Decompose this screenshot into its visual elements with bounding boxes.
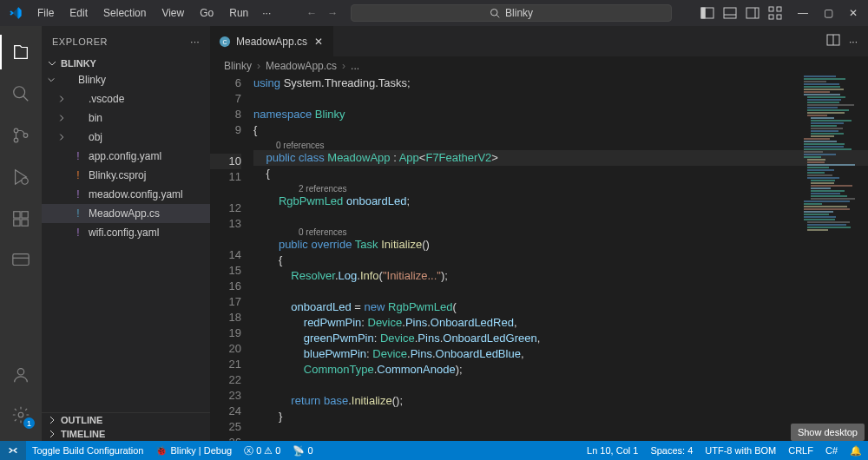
file-icon: ! [71,169,85,181]
menu-go[interactable]: Go [193,3,220,23]
tree-item[interactable]: !wifi.config.yaml [42,223,210,242]
status-debug-target[interactable]: 🐞 Blinky | Debug [149,441,238,460]
close-icon[interactable]: ✕ [849,7,858,19]
codelens[interactable]: 2 references [253,181,868,194]
codelens[interactable]: 0 references [253,225,868,237]
minimap[interactable] [804,76,856,249]
activity-account[interactable] [0,358,42,392]
svg-rect-10 [777,7,781,11]
svg-line-14 [23,96,29,102]
tab-close-icon[interactable]: ✕ [312,36,325,48]
breadcrumb-item[interactable]: MeadowApp.cs [266,60,337,72]
titlebar: FileEditSelectionViewGoRun ··· ← → Blink… [0,0,868,26]
breadcrumb-item[interactable]: ... [351,60,359,72]
layout-sidebar-right-icon[interactable] [746,6,760,20]
outline-section[interactable]: OUTLINE [42,413,210,427]
menu-file[interactable]: File [30,3,61,23]
menu-bar: FileEditSelectionViewGoRun [30,3,255,23]
chevron-down-icon [47,58,57,69]
explorer-title: EXPLORER [52,36,108,47]
activity-run[interactable] [0,160,42,194]
line-numbers: 6789 1011 1213 1415161718192021222324252… [210,76,253,441]
tree-item[interactable]: !meadow.config.yaml [42,185,210,204]
csharp-file-icon: C [219,36,231,48]
breadcrumb-item[interactable]: Blinky [224,60,252,72]
status-toggle-build[interactable]: Toggle Build Configuration [26,441,149,460]
svg-text:C: C [222,38,227,44]
settings-badge: 1 [23,417,35,429]
project-name: BLINKY [61,58,96,69]
breadcrumb[interactable]: Blinky›MeadowApp.cs›... [210,56,868,76]
tree-item[interactable]: obj [42,128,210,147]
codelens[interactable]: 0 references [253,138,868,150]
svg-point-15 [14,128,18,133]
tree-item[interactable]: .vscode [42,89,210,108]
svg-point-0 [491,10,498,16]
split-editor-icon[interactable] [826,33,840,49]
code-area[interactable]: 6789 1011 1213 1415161718192021222324252… [210,76,868,441]
svg-point-13 [14,87,25,98]
svg-rect-7 [746,8,759,18]
status-cursor-pos[interactable]: Ln 10, Col 1 [581,441,644,460]
status-problems[interactable]: ⓧ 0 ⚠ 0 [238,441,286,460]
status-indent[interactable]: Spaces: 4 [644,441,699,460]
search-icon [490,8,500,18]
activity-remote[interactable] [0,243,42,278]
tree-item[interactable]: Blinky [42,70,210,89]
timeline-section[interactable]: TIMELINE [42,427,210,441]
svg-point-26 [18,412,23,417]
tree-item[interactable]: !MeadowApp.cs [42,204,210,223]
sidebar: EXPLORER ··· BLINKY Blinky.vscodebinobj!… [42,26,210,441]
status-ports[interactable]: 📡 0 [286,441,319,460]
layout-panel-icon[interactable] [723,6,737,20]
tree-item[interactable]: bin [42,108,210,128]
activity-search[interactable] [0,76,42,111]
chevron-right-icon [47,429,57,439]
layout-customize-icon[interactable] [768,6,782,20]
explorer-more-icon[interactable]: ··· [190,36,200,47]
file-icon: ! [71,188,85,200]
menu-run[interactable]: Run [222,3,255,23]
statusbar: Toggle Build Configuration 🐞 Blinky | De… [0,441,868,460]
svg-rect-5 [724,8,736,18]
menu-overflow[interactable]: ··· [255,3,278,23]
menu-selection[interactable]: Selection [96,3,153,23]
activity-source-control[interactable] [0,118,42,153]
file-icon: ! [71,150,85,162]
svg-point-16 [14,138,18,142]
minimize-icon[interactable]: — [798,7,808,19]
maximize-icon[interactable]: ▢ [824,7,833,19]
status-language[interactable]: C# [819,441,844,460]
app-logo [0,6,30,20]
status-notifications-icon[interactable]: 🔔 [844,441,868,460]
svg-rect-20 [14,220,20,226]
tab-meadowapp[interactable]: C MeadowApp.cs ✕ [210,26,334,56]
search-text: Blinky [505,7,533,19]
tree-item[interactable]: !app.config.yaml [42,147,210,166]
activity-settings[interactable]: 1 [0,398,42,432]
layout-sidebar-left-icon[interactable] [700,6,714,20]
svg-rect-9 [769,7,773,11]
activity-explorer[interactable] [0,35,42,69]
menu-view[interactable]: View [155,3,191,23]
nav-back-icon[interactable]: ← [306,7,317,19]
code-content[interactable]: using System.Threading.Tasks; namespace … [253,76,868,441]
svg-point-17 [23,134,28,138]
menu-edit[interactable]: Edit [62,3,95,23]
editor: C MeadowApp.cs ✕ ··· Blinky›MeadowApp.cs… [210,26,868,441]
file-icon: ! [71,227,85,239]
nav-forward-icon[interactable]: → [327,7,338,19]
project-section[interactable]: BLINKY [42,56,210,70]
editor-more-icon[interactable]: ··· [849,36,858,48]
activity-extensions[interactable] [0,201,42,236]
svg-rect-4 [701,8,705,18]
command-center[interactable]: Blinky [351,4,672,22]
tree-item[interactable]: !Blinky.csproj [42,166,210,185]
codelens[interactable]: 0 references [253,440,868,441]
tooltip-show-desktop: Show desktop [791,424,865,441]
status-eol[interactable]: CRLF [782,441,819,460]
activity-bar: 1 [0,26,42,441]
remote-button[interactable] [0,441,26,460]
svg-rect-11 [769,15,773,19]
status-encoding[interactable]: UTF-8 with BOM [699,441,782,460]
